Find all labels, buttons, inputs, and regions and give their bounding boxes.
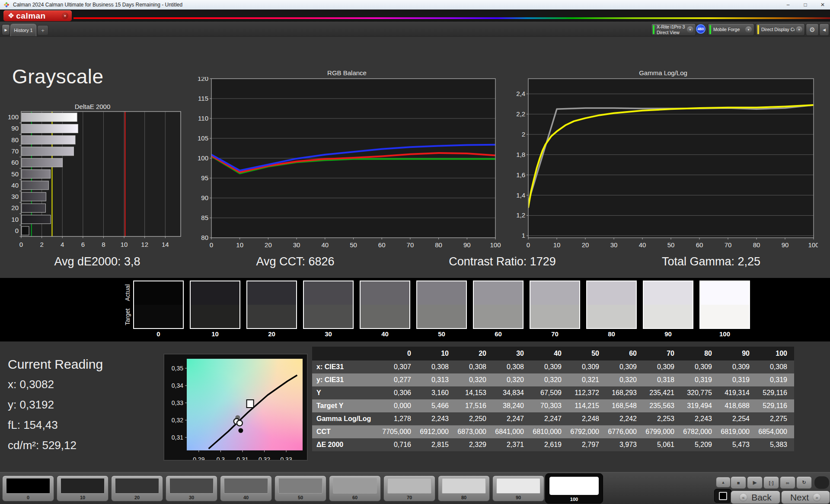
actual-patch bbox=[304, 281, 353, 305]
table-row-label: ΔE 2000 bbox=[312, 438, 380, 451]
svg-text:100: 100 bbox=[198, 154, 208, 162]
pattern-button-label: 70 bbox=[384, 495, 435, 500]
table-row-label: Y bbox=[312, 386, 380, 399]
svg-text:8: 8 bbox=[102, 241, 105, 248]
refresh-button[interactable]: ↻ bbox=[796, 476, 812, 489]
pattern-button-0[interactable]: 0 bbox=[2, 475, 54, 501]
svg-text:100: 100 bbox=[490, 241, 501, 249]
pattern-button-70[interactable]: 70 bbox=[383, 475, 435, 501]
tab-history[interactable]: History 1 bbox=[10, 24, 36, 36]
maximize-button[interactable]: □ bbox=[802, 2, 808, 8]
table-cell: 0,319 bbox=[757, 373, 794, 386]
table-cell: 0,319 bbox=[681, 373, 719, 386]
target-patch bbox=[474, 305, 523, 328]
play-button[interactable]: ▶ bbox=[747, 476, 763, 489]
target-patch bbox=[644, 305, 693, 328]
table-cell: 529,116 bbox=[757, 399, 794, 412]
back-button[interactable]: « Back bbox=[731, 491, 780, 504]
pattern-button-label: 40 bbox=[220, 495, 271, 500]
table-header-40: 40 bbox=[531, 347, 568, 360]
settings-button[interactable]: ⚙ bbox=[806, 23, 819, 36]
run-button[interactable]: ▶ bbox=[2, 24, 10, 35]
svg-text:0,32: 0,32 bbox=[172, 417, 183, 424]
add-tab-button[interactable]: + bbox=[37, 25, 48, 35]
current-reading-cdm2: cd/m²: 529,12 bbox=[8, 439, 77, 452]
table-header-0: 0 bbox=[380, 347, 418, 360]
pattern-button-80[interactable]: 80 bbox=[438, 475, 490, 501]
next-button[interactable]: Next » bbox=[781, 491, 830, 504]
current-reading-y: y: 0,3192 bbox=[8, 398, 54, 411]
page-title: Grayscale bbox=[12, 65, 104, 88]
minimize-button[interactable]: – bbox=[785, 2, 791, 8]
pattern-swatch bbox=[278, 478, 322, 494]
strip-swatch-100 bbox=[699, 281, 750, 329]
svg-text:110: 110 bbox=[198, 115, 208, 122]
meter-dropdown[interactable]: X-Rite i1Pro 3 Direct View ▼ bbox=[651, 23, 696, 36]
pattern-button-60[interactable]: 60 bbox=[329, 475, 381, 501]
svg-text:50: 50 bbox=[11, 170, 19, 178]
pattern-button-90[interactable]: 90 bbox=[492, 475, 544, 501]
svg-text:90: 90 bbox=[11, 124, 19, 132]
svg-text:0,35: 0,35 bbox=[172, 365, 183, 372]
pattern-button-30[interactable]: 30 bbox=[166, 475, 217, 501]
svg-text:6: 6 bbox=[81, 241, 85, 248]
pattern-swatch bbox=[224, 478, 268, 494]
table-cell: 6912,000 bbox=[418, 425, 456, 438]
svg-text:4: 4 bbox=[61, 241, 64, 248]
table-row-label: x: CIE31 bbox=[312, 360, 380, 373]
pattern-source-label: Mobile Forge bbox=[711, 27, 744, 32]
table-cell: 2,250 bbox=[456, 412, 493, 425]
display-control-dropdown[interactable]: Direct Display Control ▼ bbox=[756, 23, 805, 36]
calman-logo-text: calman bbox=[16, 11, 45, 21]
table-cell: 0,321 bbox=[568, 373, 606, 386]
table-cell: 6854,000 bbox=[757, 425, 794, 438]
svg-text:70: 70 bbox=[11, 147, 19, 155]
svg-text:0: 0 bbox=[527, 241, 530, 249]
collapse-panel-button[interactable]: ◀ bbox=[819, 23, 829, 36]
pattern-size-icon: [·] bbox=[769, 480, 774, 485]
svg-text:0: 0 bbox=[210, 241, 213, 249]
chevron-down-icon: ▼ bbox=[62, 13, 68, 19]
table-header-50: 50 bbox=[568, 347, 606, 360]
back-button-label: Back bbox=[751, 492, 772, 503]
close-button[interactable]: ✕ bbox=[820, 2, 826, 8]
table-header-30: 30 bbox=[493, 347, 531, 360]
pattern-swatch bbox=[333, 478, 377, 494]
target-patch bbox=[247, 305, 296, 328]
window-title: Calman 2024 Calman Ultimate for Business… bbox=[13, 2, 182, 8]
strip-swatch-10 bbox=[190, 281, 240, 329]
actual-patch bbox=[530, 281, 579, 305]
svg-text:115: 115 bbox=[198, 95, 208, 102]
table-cell: 0,320 bbox=[456, 373, 493, 386]
calman-menu-button[interactable]: ❖ calman ▼ bbox=[3, 10, 72, 21]
chevron-down-icon: ▼ bbox=[796, 26, 802, 33]
table-cell: 6799,000 bbox=[644, 425, 681, 438]
pattern-window-button[interactable] bbox=[714, 489, 731, 503]
stop-button[interactable]: ■ bbox=[731, 476, 746, 489]
pattern-button-50[interactable]: 50 bbox=[275, 475, 326, 501]
svg-text:0: 0 bbox=[15, 227, 19, 234]
table-header-100: 100 bbox=[757, 347, 794, 360]
pattern-button-10[interactable]: 10 bbox=[57, 475, 109, 501]
table-cell: 235,421 bbox=[644, 386, 681, 399]
pattern-button-20[interactable]: 20 bbox=[111, 475, 163, 501]
summary-avg-cct: Avg CCT: 6826 bbox=[256, 255, 334, 268]
pattern-size-button[interactable]: [·] bbox=[763, 476, 779, 489]
table-cell: 34,834 bbox=[493, 386, 531, 399]
svg-text:0,3: 0,3 bbox=[217, 456, 225, 460]
app-icon bbox=[3, 2, 10, 8]
table-cell: 0,308 bbox=[456, 360, 493, 373]
table-header-90: 90 bbox=[719, 347, 757, 360]
strip-swatch-label: 30 bbox=[303, 330, 354, 338]
table-row-label: Target Y bbox=[312, 399, 380, 412]
strip-swatch-label: 10 bbox=[190, 330, 240, 338]
table-cell: 529,116 bbox=[757, 386, 794, 399]
table-row-label: y: CIE31 bbox=[312, 373, 380, 386]
pattern-button-100[interactable]: 100 bbox=[545, 473, 603, 504]
pattern-button-40[interactable]: 40 bbox=[220, 475, 272, 501]
actual-patch bbox=[417, 281, 466, 305]
table-cell: 70,303 bbox=[531, 399, 568, 412]
pattern-source-dropdown[interactable]: Mobile Forge ▼ bbox=[708, 23, 754, 36]
continuous-read-button[interactable]: ∞ bbox=[780, 476, 795, 489]
pattern-bar-expand-button[interactable]: ▲ bbox=[716, 477, 731, 488]
